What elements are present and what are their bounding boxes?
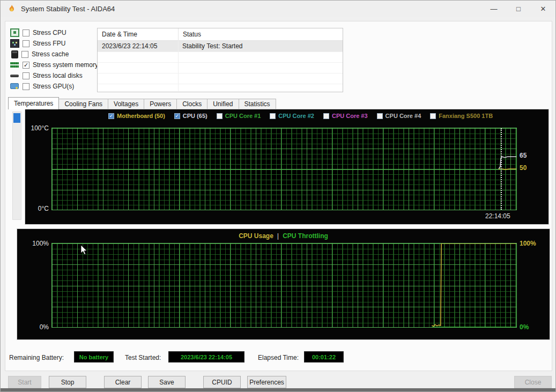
stress-cpu-row: Stress CPU <box>10 27 98 38</box>
log-empty-row <box>98 84 343 94</box>
table-row[interactable]: 2023/6/23 22:14:05 Stability Test: Start… <box>98 41 343 51</box>
stress-cache-checkbox[interactable] <box>21 51 28 58</box>
cpuid-button[interactable]: CPUID <box>203 376 241 388</box>
temp-y-max-label: 100°C <box>31 124 49 132</box>
test-started-value: 2023/6/23 22:14:05 <box>168 351 244 363</box>
start-button[interactable]: Start <box>8 376 41 388</box>
cpu-usage-chart-panel: CPU Usage | CPU Throttling 100% 0% 100% … <box>17 228 550 340</box>
usage-chart-title: CPU Usage | CPU Throttling <box>17 232 550 240</box>
legend-checkbox[interactable] <box>217 113 223 119</box>
tab-statistics[interactable]: Statistics <box>239 99 276 109</box>
legend-checkbox[interactable] <box>323 113 329 119</box>
legend-label: CPU Core #2 <box>278 113 314 119</box>
usage-y-max-label: 100% <box>32 240 49 247</box>
window-title: System Stability Test - AIDA64 <box>21 5 115 13</box>
tab-voltages[interactable]: Voltages <box>108 99 144 109</box>
cpu-throttling-title: CPU Throttling <box>283 232 328 240</box>
legend-checkbox[interactable] <box>377 113 383 119</box>
remaining-battery-value: No battery <box>74 351 114 363</box>
stress-memory-row: ✓ Stress system memory <box>10 60 98 70</box>
stress-memory-label: Stress system memory <box>33 61 98 69</box>
temperature-plot <box>51 128 517 210</box>
temp-value-65: 65 <box>520 152 527 159</box>
log-empty-row <box>98 73 343 84</box>
log-row-datetime: 2023/6/23 22:14:05 <box>98 42 178 50</box>
log-table-header: Date & Time Status <box>98 28 343 41</box>
stress-cache-row: Stress cache <box>10 49 98 60</box>
legend-label: CPU Core #4 <box>386 113 421 119</box>
tab-powers[interactable]: Powers <box>144 99 177 109</box>
legend-checkbox[interactable]: ✓ <box>108 113 114 119</box>
temp-time-label: 22:14:05 <box>485 212 510 220</box>
temp-y-min-label: 0°C <box>38 205 49 212</box>
mouse-cursor <box>80 245 88 255</box>
stress-gpu-row: Stress GPU(s) <box>10 81 98 92</box>
clear-button[interactable]: Clear <box>104 376 142 388</box>
legend-label: Motherboard (50) <box>117 113 165 119</box>
tab-unified[interactable]: Unified <box>207 99 239 109</box>
maximize-icon[interactable]: □ <box>506 1 531 17</box>
close-button[interactable]: Close <box>514 376 552 388</box>
memory-icon <box>10 62 19 68</box>
log-col-status[interactable]: Status <box>178 28 343 40</box>
legend-cpu-core-2[interactable]: CPU Core #2 <box>270 113 314 119</box>
legend-label: CPU (65) <box>183 113 207 119</box>
legend-cpu-core-3[interactable]: CPU Core #3 <box>323 113 368 119</box>
test-started-label: Test Started: <box>125 354 161 361</box>
temperature-chart-panel: ✓ Motherboard (50) ✓ CPU (65) CPU Core #… <box>25 109 549 225</box>
preferences-button[interactable]: Preferences <box>247 376 286 388</box>
log-empty-row <box>98 62 343 73</box>
save-button[interactable]: Save <box>148 376 186 388</box>
log-row-status: Stability Test: Started <box>178 41 343 51</box>
title-separator: | <box>277 232 279 240</box>
stress-disks-row: Stress local disks <box>10 70 98 81</box>
legend-checkbox[interactable]: ✓ <box>174 113 180 119</box>
minimize-icon[interactable]: — <box>481 1 506 17</box>
tab-temperatures[interactable]: Temperatures <box>8 97 59 109</box>
elapsed-time-value: 00:01:22 <box>304 351 344 363</box>
legend-label: CPU Core #3 <box>332 113 368 119</box>
usage-value-100: 100% <box>520 240 536 247</box>
gpu-icon <box>10 83 19 90</box>
stress-fpu-row: Stress FPU <box>10 38 98 49</box>
stress-cache-label: Stress cache <box>32 50 69 58</box>
cpu-icon <box>10 28 19 37</box>
temp-chart-scrollbar[interactable] <box>12 112 21 220</box>
flame-icon <box>8 4 16 13</box>
tab-clocks[interactable]: Clocks <box>176 99 207 109</box>
close-icon[interactable]: ✕ <box>531 1 555 17</box>
temp-value-50: 50 <box>520 164 527 172</box>
legend-fanxiang-ssd[interactable]: Fanxiang S500 1TB <box>430 113 493 119</box>
event-log-table: Date & Time Status 2023/6/23 22:14:05 St… <box>97 28 343 92</box>
cache-icon <box>11 50 18 58</box>
legend-cpu-core-1[interactable]: CPU Core #1 <box>217 113 261 119</box>
log-col-datetime[interactable]: Date & Time <box>98 31 178 38</box>
chart-tabs: Temperatures Cooling Fans Voltages Power… <box>8 97 276 109</box>
legend-cpu[interactable]: ✓ CPU (65) <box>174 113 207 119</box>
bottom-edge <box>1 388 555 391</box>
stress-cpu-checkbox[interactable] <box>23 29 29 36</box>
scrollbar-thumb[interactable] <box>13 113 20 123</box>
legend-label: CPU Core #1 <box>225 113 261 119</box>
fpu-icon <box>10 39 19 48</box>
app-window: System Stability Test - AIDA64 — □ ✕ Str… <box>0 0 556 392</box>
stress-disks-checkbox[interactable] <box>23 72 29 79</box>
legend-cpu-core-4[interactable]: CPU Core #4 <box>377 113 421 119</box>
stress-gpu-label: Stress GPU(s) <box>33 83 74 90</box>
remaining-battery-label: Remaining Battery: <box>9 354 64 361</box>
tab-cooling-fans[interactable]: Cooling Fans <box>58 99 108 109</box>
stress-options: Stress CPU Stress FPU Stress cache ✓ Str… <box>10 27 98 92</box>
stop-button[interactable]: Stop <box>49 376 86 388</box>
legend-checkbox[interactable] <box>430 113 436 119</box>
log-empty-row <box>98 51 343 62</box>
legend-motherboard[interactable]: ✓ Motherboard (50) <box>108 113 165 119</box>
legend-checkbox[interactable] <box>270 113 276 119</box>
stress-fpu-checkbox[interactable] <box>23 40 29 47</box>
stress-gpu-checkbox[interactable] <box>23 83 29 90</box>
legend-label: Fanxiang S500 1TB <box>439 113 493 119</box>
disk-icon <box>10 72 19 79</box>
stress-fpu-label: Stress FPU <box>33 40 65 47</box>
cpu-usage-plot <box>51 243 517 328</box>
log-column-divider <box>178 40 179 91</box>
stress-memory-checkbox[interactable]: ✓ <box>23 62 29 69</box>
